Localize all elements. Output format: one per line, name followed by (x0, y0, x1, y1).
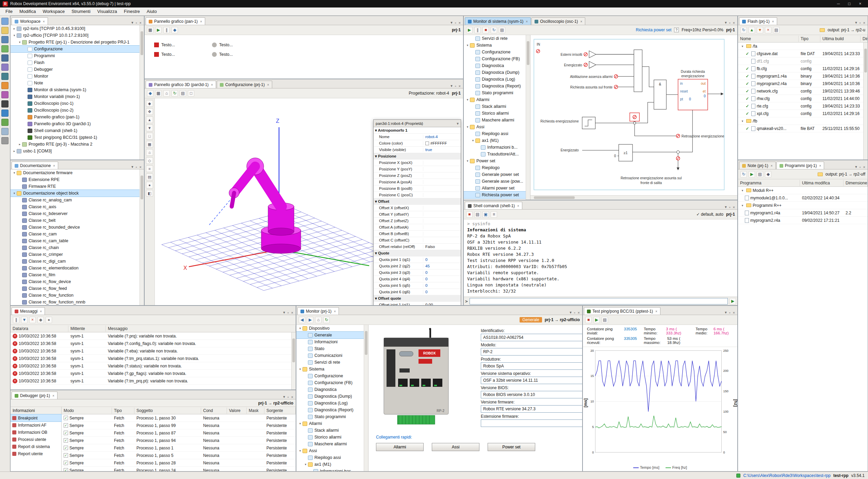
pin-icon[interactable]: ▫ (455, 84, 456, 88)
settings-icon[interactable]: ◆ (171, 27, 178, 33)
sysm-tree-item[interactable]: Diagnostica (Dump) (464, 69, 530, 76)
expander-icon[interactable]: ▾ (298, 449, 302, 452)
flash-row[interactable]: ▾/fb (738, 117, 868, 125)
debugger-header-soggetto[interactable]: Soggetto (134, 408, 201, 414)
pause-icon[interactable]: ∥ (163, 27, 170, 33)
report-icon[interactable]: ▤ (757, 171, 763, 178)
build-icon[interactable]: ▶ (749, 171, 755, 178)
property-value[interactable]: 0.00 (423, 303, 461, 305)
documentazione-tree-item[interactable]: Classe rc_flow_function_nnnb (11, 299, 144, 305)
shell-command-input[interactable] (470, 298, 728, 304)
pin-icon[interactable]: ▫ (136, 21, 137, 25)
dock-menu-icon[interactable]: ▾ (131, 165, 133, 169)
monitor-tree-item[interactable]: ▾Allarmi (296, 420, 368, 427)
menu-strumenti[interactable]: Strumenti (68, 8, 94, 15)
monitor-tree-item[interactable]: Diagnostica (296, 386, 368, 393)
sysm-tree-item[interactable]: Servizi di rete (464, 35, 530, 42)
field-value-versione-bios[interactable]: Robox BIOS versione 3.0.10 (481, 391, 582, 398)
programmi-header-ultima-modifica[interactable]: Ultima modifica (800, 180, 844, 186)
report-icon[interactable]: ▤ (602, 317, 608, 323)
breakpoint-enabled-icon[interactable]: ✓ (64, 461, 68, 465)
tab-monitor-di-sistema-sysm-1[interactable]: Monitor di sistema (sysm-1)× (465, 17, 531, 25)
print-icon[interactable]: ≡ (491, 211, 497, 218)
pan-view-icon[interactable]: ✥ (146, 108, 153, 115)
message-row[interactable]: ×10/03/2022 10:36:58sysm-1Variabile (?.t… (11, 377, 296, 385)
message-row[interactable]: ×10/03/2022 10:36:58sysm-1Variabile (?.s… (11, 362, 296, 370)
sysm-tree-item[interactable]: Stack allarmi (464, 103, 530, 110)
tab-workspace[interactable]: Workspace× (12, 17, 48, 25)
download-icon[interactable]: ▼ (757, 27, 763, 33)
documentazione-tree-item[interactable]: Classe rc_chain (11, 244, 144, 251)
expander-icon[interactable]: ▸ (12, 27, 17, 30)
tab-test-ping-pong-bcc-31-pptest-1[interactable]: Test ping/pong BCC/31 (pptest-1)× (584, 307, 660, 315)
scrollbar-thumb[interactable] (534, 196, 575, 199)
panel-item[interactable]: Testo... (212, 52, 253, 57)
message-row[interactable]: ×10/03/2022 10:36:58sysm-1Variabile (?.p… (11, 332, 296, 340)
quick-link-allarmi-button[interactable]: Allarmi (376, 443, 424, 451)
monitor-tree-item[interactable]: Stato (296, 345, 368, 352)
close-panel-icon[interactable]: × (733, 311, 735, 315)
program-row[interactable]: ▾Moduli R++ (738, 187, 868, 194)
property-row[interactable]: ▾ Antropomorfo 1 (374, 127, 461, 134)
field-value-estensione-firmware[interactable] (481, 419, 582, 427)
documentazione-tree-item[interactable]: Classe rc_film (11, 271, 144, 278)
flash-header-tipo[interactable]: Tipo (799, 36, 820, 42)
iso-view-icon[interactable]: ◇ (146, 157, 153, 164)
sysm-tree-item[interactable]: Generale asse (pow... (464, 178, 530, 185)
workspace-tree-item[interactable]: ▸rp2-loris [TCP/IP 10.0.45.3:8100] (11, 25, 144, 32)
breakpoint-enabled-icon[interactable]: ✓ (64, 438, 68, 443)
open-workspace-icon[interactable] (1, 27, 9, 34)
front-view-icon[interactable]: ▦ (146, 141, 153, 148)
workspace-tree-item[interactable]: Monitor variabili (mon-1) (11, 93, 144, 100)
save-icon[interactable]: ▼ (21, 317, 28, 323)
oscilloscope-icon[interactable] (1, 73, 9, 80)
breakpoint-row[interactable]: ✓SempreFetchProcesso 1, passo 99NessunaP… (62, 422, 296, 429)
breakpoint-enabled-icon[interactable]: ✓ (64, 431, 68, 435)
tab-close-icon[interactable]: × (53, 164, 55, 168)
breakpoint-row[interactable]: ✓SempreFetchProcesso 1, passo 1NessunaPe… (62, 444, 296, 452)
grid-icon[interactable]: ▦ (155, 90, 162, 97)
tab-flash-prj-1[interactable]: Flash (prj-1)× (739, 17, 777, 25)
documentazione-tree-item[interactable]: Classe rc_analog_cam (11, 197, 144, 203)
tab-oscilloscopio-osc-1[interactable]: Oscilloscopio (osc-1)× (531, 17, 585, 25)
breakpoint-enabled-icon[interactable]: ✓ (64, 453, 68, 458)
sysm-tree-item[interactable]: Storico allarmi (464, 110, 530, 117)
messaggi-header-mittente[interactable]: Mittente (68, 326, 106, 332)
camera-icon[interactable]: ◧ (146, 190, 153, 197)
tab-close-icon[interactable]: × (517, 204, 519, 208)
select-icon[interactable]: ◆ (147, 90, 153, 97)
dock-menu-icon[interactable]: ▾ (725, 310, 727, 315)
tab-programmi-prj-1[interactable]: Programmi (prj-1)× (776, 162, 824, 169)
monitor-tree-item[interactable]: Informazioni (296, 338, 368, 345)
snapshot-icon[interactable]: ▤ (180, 90, 186, 97)
flash-row[interactable]: ✓xpl.cfgconfig11/02/2021 14:29:16 (738, 110, 868, 117)
info-item-report-di-sistema[interactable]: Report di sistema (11, 443, 61, 450)
zoom-in-icon[interactable]: ▲ (146, 116, 153, 123)
expander-icon[interactable]: ▾ (298, 367, 302, 371)
pin-icon[interactable]: ▫ (729, 311, 731, 315)
programmi-header-programma[interactable]: Programma (738, 180, 800, 186)
field-value-identificativo[interactable]: AS1018.002-A062754 (481, 334, 582, 341)
dock-menu-icon[interactable]: ▾ (283, 395, 285, 399)
property-value[interactable]: 0 (423, 290, 461, 294)
properties-menu-icon[interactable]: ▾ (457, 121, 459, 126)
dock-menu-icon[interactable]: ▾ (451, 20, 453, 25)
info-item-breakpoint[interactable]: Breakpoint (11, 414, 61, 422)
vertical-scrollbar[interactable] (863, 43, 868, 160)
expander-icon[interactable]: ▾ (12, 171, 17, 175)
filter-icon[interactable]: ◆ (37, 317, 44, 323)
workspace-tree-item[interactable]: Pannello grafico 3D (pan3d-1) (11, 120, 144, 127)
maximize-button[interactable]: □ (844, 1, 854, 6)
tab-close-icon[interactable]: × (772, 20, 774, 23)
sysm-tree-item[interactable]: Generale power set (464, 171, 530, 178)
menu-file[interactable]: File (2, 8, 16, 15)
tab-close-icon[interactable]: × (52, 394, 54, 398)
scrollbar-thumb[interactable] (141, 31, 143, 55)
breakpoint-row[interactable]: ✓SempreFetchProcesso 1, passo 94NessunaP… (62, 437, 296, 444)
vertical-scrollbar[interactable] (526, 35, 530, 200)
program-row[interactable]: myprogram1.r4a19/04/2021 14:50:272.2 (738, 209, 868, 217)
pin-icon[interactable]: ▫ (729, 21, 731, 25)
property-row[interactable]: ▾ Offset quote (374, 295, 461, 302)
tab-close-icon[interactable]: × (40, 310, 42, 313)
panel3d-icon[interactable] (1, 91, 9, 98)
